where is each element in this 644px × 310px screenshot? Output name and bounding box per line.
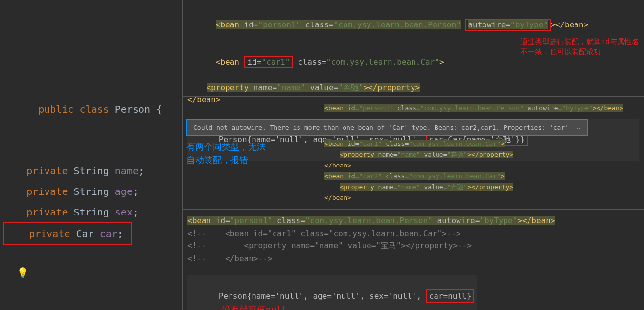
- keyword-class: class: [80, 103, 109, 115]
- type-string: String: [74, 165, 109, 177]
- type-string: String: [74, 206, 109, 218]
- comment-line: <!-- <property name="name" value="宝马"></…: [187, 239, 639, 252]
- section-2: <bean id="person1" class="com.ysy.learn.…: [183, 96, 644, 209]
- lightbulb-icon[interactable]: 💡: [17, 267, 29, 279]
- open-brace: {: [156, 103, 162, 115]
- output-prefix: Person{name='null', age='null', sex='nul…: [219, 291, 426, 301]
- keyword-private: private: [26, 165, 68, 177]
- class-name: Person: [115, 103, 150, 115]
- error-tooltip[interactable]: Could not autowire. There is more than o…: [187, 120, 587, 135]
- more-icon[interactable]: ⋮: [574, 125, 581, 131]
- keyword-private: private: [29, 228, 70, 239]
- comment-line: <!-- </bean>-->: [187, 252, 639, 265]
- xml-editor-panel: <bean id="person1" class="com.ysy.learn.…: [182, 0, 644, 310]
- tooltip-text: Could not autowire. There is more than o…: [193, 124, 569, 131]
- keyword-private: private: [26, 186, 68, 197]
- attr-id: =: [253, 20, 258, 29]
- annotation-3: 没有就赋值null: [222, 304, 287, 310]
- type-string: String: [74, 186, 109, 197]
- annotation-1: 通过类型进行装配，就算id与属性名 不一致，也可以装配成功: [520, 37, 639, 57]
- xml-car-beans: <bean id="car1" class="com.ysy.learn.bea…: [324, 139, 513, 204]
- autowire-highlight: autowire="byType": [465, 19, 551, 31]
- tooltip-highlight: Could not autowire. There is more than o…: [186, 119, 588, 136]
- type-car: Car: [76, 228, 94, 239]
- car1-id-highlight: id="car1": [244, 56, 294, 68]
- section-3: <bean id="person1" class="com.ysy.learn.…: [183, 209, 644, 310]
- section-1: <bean id="person1" class="com.ysy.learn.…: [183, 0, 644, 96]
- comment-line: <!-- <bean id="car1" class="com.ysy.lear…: [187, 227, 639, 240]
- field-car-highlight: private Car car;: [3, 222, 132, 245]
- output-null-highlight: car=null}: [426, 289, 475, 303]
- java-code: public class Person { private String nam…: [3, 78, 162, 245]
- keyword-public: public: [38, 103, 73, 115]
- field-sex: sex: [115, 206, 133, 218]
- field-car: car: [100, 228, 117, 239]
- java-editor-panel: public class Person { private String nam…: [0, 0, 182, 310]
- field-age: age: [115, 186, 133, 197]
- keyword-private: private: [26, 206, 68, 218]
- field-name: name: [115, 165, 138, 177]
- annotation-2: 有两个同类型，无法 自动装配，报错: [186, 140, 266, 167]
